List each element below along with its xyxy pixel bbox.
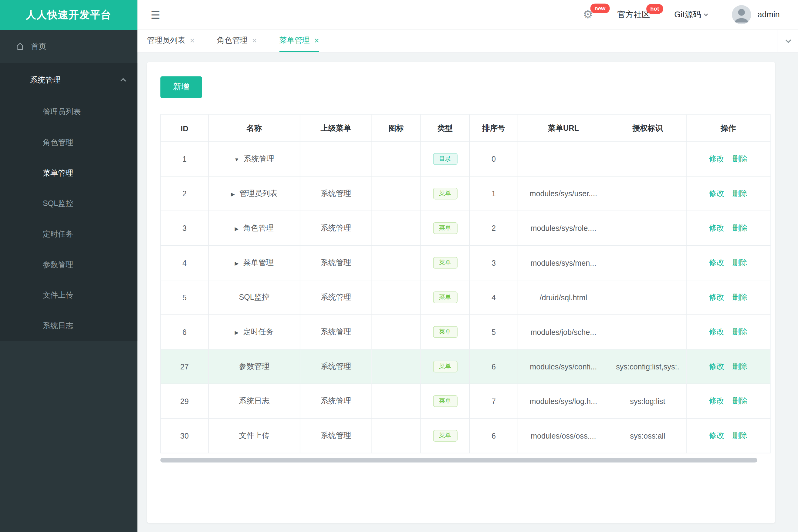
tab-list-dropdown-button[interactable]	[778, 30, 798, 52]
tab-admin-list[interactable]: 管理员列表 ×	[147, 30, 195, 52]
edit-link[interactable]: 修改	[709, 223, 724, 232]
delete-link[interactable]: 删除	[732, 258, 748, 267]
git-source-link[interactable]: Git源码	[674, 10, 708, 20]
cell-actions: 修改删除	[686, 176, 771, 211]
menu-name: 系统日志	[239, 396, 270, 405]
tab-menu-management[interactable]: 菜单管理 ×	[279, 30, 319, 52]
edit-link[interactable]: 修改	[709, 431, 724, 440]
delete-link[interactable]: 删除	[732, 189, 748, 197]
sidebar-item-system-logs[interactable]: 系统日志	[0, 310, 137, 341]
scrollbar-thumb[interactable]	[160, 458, 757, 462]
cell-actions: 修改删除	[686, 349, 771, 384]
delete-link[interactable]: 删除	[732, 292, 748, 301]
cell-order: 1	[469, 176, 518, 211]
cell-id: 6	[161, 315, 208, 349]
sidebar-item-file-upload[interactable]: 文件上传	[0, 280, 137, 310]
app-window: 人人快速开发平台 首页 系统管理 管理员列表 角色管	[0, 0, 798, 532]
type-badge: 菜单	[433, 291, 458, 303]
edit-link[interactable]: 修改	[709, 154, 724, 163]
settings-button[interactable]: ⚙ new	[583, 9, 593, 20]
col-header-order: 排序号	[469, 115, 518, 141]
sidebar: 人人快速开发平台 首页 系统管理 管理员列表 角色管	[0, 0, 137, 532]
delete-link[interactable]: 删除	[732, 327, 748, 336]
cell-icon	[372, 384, 421, 419]
delete-link[interactable]: 删除	[732, 154, 748, 163]
sidebar-group-system: 系统管理 管理员列表 角色管理 菜单管理 SQL监控 定时任务 参数管理 文件上…	[0, 63, 137, 341]
cell-type: 菜单	[421, 176, 469, 211]
cell-actions: 修改删除	[686, 211, 771, 245]
cell-name: 参数管理	[208, 349, 300, 384]
main-area: ☰ ⚙ new 官方社区 hot Git源码	[137, 0, 798, 532]
delete-link[interactable]: 删除	[732, 223, 748, 232]
cell-order: 7	[469, 384, 518, 419]
edit-link[interactable]: 修改	[709, 189, 724, 197]
cell-parent: 系统管理	[300, 349, 372, 384]
close-icon[interactable]: ×	[314, 36, 319, 44]
cell-parent: 系统管理	[300, 280, 372, 315]
edit-link[interactable]: 修改	[709, 258, 724, 267]
delete-link[interactable]: 删除	[732, 362, 748, 370]
table-row: 3 ▶角色管理 系统管理 菜单 2 modules/sys/role.... 修…	[161, 211, 770, 245]
edit-link[interactable]: 修改	[709, 396, 724, 405]
edit-link[interactable]: 修改	[709, 292, 724, 301]
menu-name: 参数管理	[239, 362, 270, 370]
table-row: 30 文件上传 系统管理 菜单 6 modules/oss/oss.... sy…	[161, 419, 770, 453]
sidebar-item-home[interactable]: 首页	[0, 30, 137, 63]
expand-arrow-icon[interactable]: ▶	[231, 191, 235, 197]
expand-arrow-icon[interactable]: ▶	[235, 330, 239, 335]
community-link[interactable]: 官方社区 hot	[617, 10, 650, 20]
table-row: 6 ▶定时任务 系统管理 菜单 5 modules/job/sche... 修改…	[161, 315, 770, 349]
menu-table-body: 1 ▼系统管理 目录 0 修改删除 2 ▶管理员列表 系统管理 菜单 1 mod…	[161, 141, 770, 453]
cell-actions: 修改删除	[686, 315, 771, 349]
cell-type: 菜单	[421, 315, 469, 349]
cell-actions: 修改删除	[686, 384, 771, 419]
cell-url	[518, 141, 609, 176]
add-button[interactable]: 新增	[160, 76, 202, 98]
delete-link[interactable]: 删除	[732, 431, 748, 440]
expand-arrow-icon[interactable]: ▼	[234, 157, 239, 162]
expand-arrow-icon[interactable]: ▶	[235, 226, 239, 231]
hot-badge: hot	[646, 4, 663, 14]
sidebar-item-admins[interactable]: 管理员列表	[0, 97, 137, 127]
tab-role-management[interactable]: 角色管理 ×	[217, 30, 257, 52]
edit-link[interactable]: 修改	[709, 327, 724, 336]
type-badge: 菜单	[433, 395, 458, 407]
tab-bar: 管理员列表 × 角色管理 × 菜单管理 ×	[137, 30, 798, 53]
chevron-down-icon	[785, 37, 791, 43]
cell-perm: sys:config:list,sys:.	[609, 349, 686, 384]
sidebar-item-roles[interactable]: 角色管理	[0, 127, 137, 158]
sidebar-item-scheduled-jobs[interactable]: 定时任务	[0, 219, 137, 249]
username[interactable]: admin	[758, 10, 780, 19]
col-header-icon: 图标	[372, 115, 421, 141]
sidebar-group-system-header[interactable]: 系统管理	[0, 63, 137, 97]
expand-arrow-icon[interactable]: ▶	[235, 261, 239, 266]
avatar[interactable]	[732, 5, 751, 24]
cell-order: 0	[469, 141, 518, 176]
menu-toggle-icon[interactable]: ☰	[150, 10, 160, 20]
cell-actions: 修改删除	[686, 419, 771, 453]
menu-name: 角色管理	[243, 223, 274, 232]
close-icon[interactable]: ×	[190, 36, 195, 44]
app-logo[interactable]: 人人快速开发平台	[0, 0, 137, 30]
delete-link[interactable]: 删除	[732, 396, 748, 405]
sidebar-submenu: 管理员列表 角色管理 菜单管理 SQL监控 定时任务 参数管理 文件上传 系统日…	[0, 97, 137, 341]
cell-url: modules/sys/confi...	[518, 349, 609, 384]
cell-url: modules/sys/log.h...	[518, 384, 609, 419]
close-icon[interactable]: ×	[252, 36, 257, 44]
menu-name: 文件上传	[239, 431, 270, 440]
cell-order: 3	[469, 245, 518, 280]
sidebar-item-sql-monitor[interactable]: SQL监控	[0, 188, 137, 219]
type-badge: 菜单	[433, 361, 458, 373]
sidebar-item-menus[interactable]: 菜单管理	[0, 158, 137, 188]
horizontal-scrollbar	[160, 458, 762, 462]
cell-icon	[372, 349, 421, 384]
cell-type: 菜单	[421, 349, 469, 384]
cell-icon	[372, 245, 421, 280]
col-header-name: 名称	[208, 115, 300, 141]
user-menu[interactable]: admin	[732, 5, 780, 24]
edit-link[interactable]: 修改	[709, 362, 724, 370]
cell-type: 菜单	[421, 280, 469, 315]
sidebar-item-params[interactable]: 参数管理	[0, 249, 137, 280]
new-badge: new	[591, 4, 610, 13]
sidebar-home-label: 首页	[31, 42, 46, 52]
